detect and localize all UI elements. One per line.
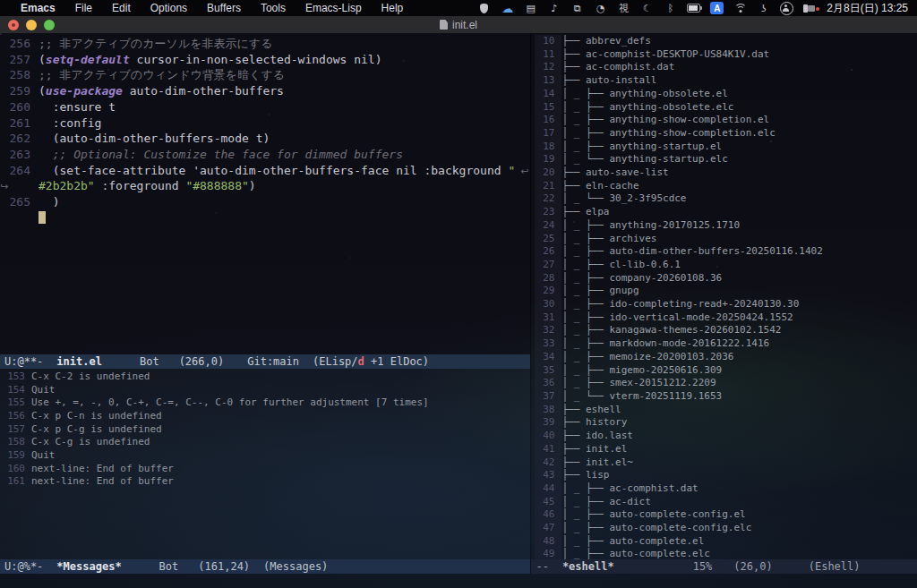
menu-item-emacs[interactable]: Emacs xyxy=(11,2,65,14)
buffer-line[interactable]: 33│ _ ├── markdown-mode-20161222.1416 xyxy=(531,337,917,351)
modeline-buffer-name[interactable]: *eshell* xyxy=(562,560,614,573)
mode-line-eshell[interactable]: -- *eshell* 15% (26,0) (Eshell) xyxy=(531,559,917,574)
modeline-buffer-name[interactable]: init.el xyxy=(56,355,102,368)
echo-area[interactable] xyxy=(0,574,917,588)
do-not-disturb-moon-icon[interactable]: ☾ xyxy=(640,2,654,14)
buffer-line[interactable]: 17│ _ ├── anything-show-completion.elc xyxy=(531,127,917,141)
buffer-line[interactable]: 157C-x p C-g is undefined xyxy=(0,423,530,437)
buffer-line[interactable]: 258;; 非アクティブのウィンドウ背景を暗くする xyxy=(0,67,530,83)
buffer-line[interactable]: #2b2b2b" :foreground "#888888")↪ xyxy=(0,178,530,194)
buffer-line[interactable]: 18│ _ ├── anything-startup.el xyxy=(531,141,917,154)
buffer-line[interactable]: 260 :ensure t xyxy=(0,99,530,115)
buffer-line[interactable]: 36│ _ ├── smex-20151212.2209 xyxy=(531,377,917,390)
buffer-line[interactable]: 11├── ac-comphist-DESKTOP-US84K1V.dat xyxy=(531,48,917,62)
menu-item-buffers[interactable]: Buffers xyxy=(197,2,251,14)
screen-mirroring-icon[interactable]: ⧉ xyxy=(570,2,584,14)
mode-line-init-el[interactable]: U:@**- init.el Bot (266,0) Git:main (ELi… xyxy=(0,354,530,369)
buffer-line[interactable]: 44│ _ ├── ac-comphist.dat xyxy=(531,482,917,496)
modeline-major-mode[interactable]: (ELisp/d +1 ElDoc) xyxy=(313,355,429,368)
buffer-line[interactable]: 43├── lisp xyxy=(531,469,917,482)
shield-icon[interactable] xyxy=(477,2,491,14)
buffer-line[interactable]: 47│ _ ├── auto-complete-config.elc xyxy=(531,522,917,535)
buffer-line[interactable]: 256;; 非アクティブのカーソルを非表示にする xyxy=(0,36,530,52)
clipboard-icon[interactable]: ▤ xyxy=(524,2,537,14)
buffer-line[interactable]: 15│ _ ├── anything-obsolete.elc xyxy=(531,101,917,115)
buffer-line[interactable]: 35│ _ ├── migemo-20250616.309 xyxy=(531,364,917,378)
clock-icon[interactable]: ◔ xyxy=(594,2,607,14)
bluetooth-icon[interactable]: ᛒ xyxy=(664,2,677,14)
hearing-icon[interactable]: ʖ xyxy=(757,2,770,14)
buffer-line[interactable]: 263 ;; Optional: Customize the face for … xyxy=(0,147,530,163)
buffer-line[interactable]: 23├── elpa xyxy=(531,206,917,219)
buffer-line[interactable]: 25│ _ ├── archives xyxy=(531,233,917,246)
buffer-line[interactable]: 265 ) xyxy=(0,194,530,210)
onedrive-cloud-icon[interactable]: ☁ xyxy=(501,2,514,14)
menu-item-emacs-lisp[interactable]: Emacs-Lisp xyxy=(296,2,372,14)
buffer-line[interactable]: 12├── ac-comphist.dat xyxy=(531,61,917,74)
buffer-line[interactable]: 261 :config xyxy=(0,115,530,132)
buffer-line[interactable]: 158C-x C-g is undefined xyxy=(0,436,530,449)
buffer-window-init-el[interactable]: 256;; 非アクティブのカーソルを非表示にする257(setq-default… xyxy=(0,33,530,354)
buffer-line[interactable]: 28│ _ ├── company-20260108.36 xyxy=(531,272,917,285)
buffer-line[interactable]: 264 (set-face-attribute 'auto-dim-other-… xyxy=(0,163,530,179)
buffer-line[interactable]: 40├── ido.last xyxy=(531,430,917,443)
menu-item-help[interactable]: Help xyxy=(372,2,414,14)
buffer-line[interactable]: 49│ _ ├── auto-complete.elc xyxy=(531,548,917,559)
buffer-line[interactable]: 42├── init.el~ xyxy=(531,456,917,470)
buffer-line[interactable]: 34│ _ ├── memoize-20200103.2036 xyxy=(531,351,917,364)
input-method-badge[interactable]: A xyxy=(710,2,724,14)
buffer-line[interactable]: 20├── auto-save-list xyxy=(531,166,917,180)
buffer-line[interactable]: 45│ _ ├── ac-dict xyxy=(531,496,917,509)
buffer-window-eshell[interactable]: 10├── abbrev_defs11├── ac-comphist-DESKT… xyxy=(531,33,917,559)
buffer-line[interactable]: 159Quit xyxy=(0,449,530,463)
modeline-major-mode[interactable]: (Eshell) xyxy=(809,560,861,573)
user-account-icon[interactable] xyxy=(780,2,793,14)
buffer-line[interactable]: 38├── eshell xyxy=(531,404,917,417)
menu-item-tools[interactable]: Tools xyxy=(251,2,296,14)
modeline-major-mode[interactable]: (Messages) xyxy=(263,560,328,573)
buffer-line[interactable]: 262 (auto-dim-other-buffers-mode t) xyxy=(0,131,530,147)
minimize-button[interactable] xyxy=(26,20,37,30)
buffer-line[interactable]: 48│ _ ├── auto-complete.el xyxy=(531,535,917,549)
close-button[interactable] xyxy=(8,20,19,30)
buffer-line[interactable]: 26│ _ ├── auto-dim-other-buffers-2025011… xyxy=(531,245,917,259)
modeline-buffer-name[interactable]: *Messages* xyxy=(56,560,121,573)
buffer-line[interactable]: 156C-x p C-n is undefined xyxy=(0,410,530,423)
buffer-line[interactable]: 13├── auto-install xyxy=(531,74,917,88)
wifi-icon[interactable] xyxy=(733,2,747,14)
buffer-line[interactable]: 154Quit xyxy=(0,384,530,397)
buffer-window-messages[interactable]: 153C-x C-2 is undefined154Quit155Use +, … xyxy=(0,369,530,559)
buffer-line[interactable]: 37│ _ └── vterm-20251119.1653 xyxy=(531,390,917,404)
buffer-line[interactable]: 160next-line: End of buffer xyxy=(0,463,530,476)
buffer-line[interactable]: 161next-line: End of buffer xyxy=(0,475,530,489)
window-title-bar[interactable]: init.el xyxy=(0,16,917,34)
buffer-line[interactable]: 21├── eln-cache xyxy=(531,180,917,193)
buffer-line[interactable]: 14│ _ ├── anything-obsolete.el xyxy=(531,88,917,101)
buffer-line[interactable] xyxy=(0,210,530,226)
kanji-viewer-icon[interactable]: 視 xyxy=(617,2,630,14)
buffer-line[interactable]: 27│ _ ├── cl-lib-0.6.1 xyxy=(531,259,917,272)
mode-line-messages[interactable]: U:@%*- *Messages* Bot (161,24) (Messages… xyxy=(0,559,530,574)
buffer-line[interactable]: 259(use-package auto-dim-other-buffers xyxy=(0,83,530,99)
menu-item-edit[interactable]: Edit xyxy=(102,2,141,14)
stage-manager-icon[interactable] xyxy=(803,2,817,14)
buffer-line[interactable]: 29│ _ ├── gnupg xyxy=(531,285,917,298)
buffer-line[interactable]: 19│ _ └── anything-startup.elc xyxy=(531,153,917,166)
menu-bar-clock[interactable]: 2月8日(日) 13:25 xyxy=(827,1,908,16)
buffer-line[interactable]: 46│ _ ├── auto-complete-config.el xyxy=(531,508,917,522)
buffer-line[interactable]: 41├── init.el xyxy=(531,443,917,456)
volume-muted-icon[interactable]: ♪ xyxy=(547,2,561,14)
buffer-line[interactable]: 155Use +, =, -, 0, C-+, C-=, C--, C-0 fo… xyxy=(0,396,530,410)
menu-item-file[interactable]: File xyxy=(65,2,102,14)
menu-item-options[interactable]: Options xyxy=(141,2,197,14)
battery-icon[interactable] xyxy=(687,2,700,14)
buffer-line[interactable]: 31│ _ ├── ido-vertical-mode-20250424.155… xyxy=(531,311,917,325)
buffer-line[interactable]: 32│ _ ├── kanagawa-themes-20260102.1542 xyxy=(531,324,917,337)
buffer-line[interactable]: 22│ _ └── 30_2-3f95cdce xyxy=(531,192,917,206)
buffer-line[interactable]: 39├── history xyxy=(531,416,917,430)
buffer-line[interactable]: 24│ _ ├── anything-20170125.1710 xyxy=(531,219,917,233)
buffer-line[interactable]: 16│ _ ├── anything-show-completion.el xyxy=(531,114,917,127)
buffer-line[interactable]: 10├── abbrev_defs xyxy=(531,35,917,48)
modeline-git-branch[interactable]: Git:main xyxy=(247,355,299,368)
buffer-line[interactable]: 257(setq-default cursor-in-non-selected-… xyxy=(0,52,530,68)
